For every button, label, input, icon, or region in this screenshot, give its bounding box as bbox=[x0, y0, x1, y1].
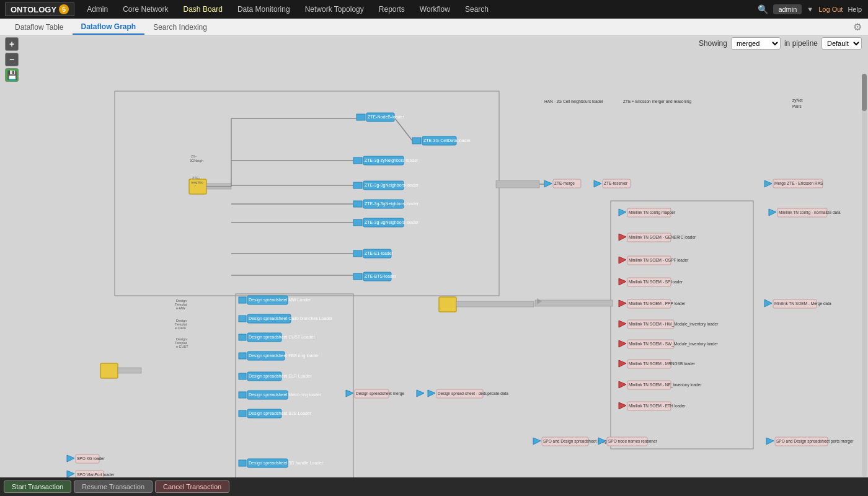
svg-rect-0 bbox=[0, 37, 868, 477]
svg-text:Minilink TN config mapper: Minilink TN config mapper bbox=[629, 210, 676, 215]
svg-text:ZTE-NodeB-loader: ZTE-NodeB-loader bbox=[368, 115, 404, 119]
svg-text:e Cairo: e Cairo bbox=[175, 326, 186, 330]
tab-dataflow-table[interactable]: Dataflow Table bbox=[6, 20, 73, 34]
nav-reports[interactable]: Reports bbox=[371, 0, 412, 19]
save-button[interactable]: 💾 bbox=[5, 68, 19, 82]
top-navigation: ONTOLOGY 5 Admin Core Network Dash Board… bbox=[0, 0, 868, 19]
svg-text:Design spreadsheet Cairo branc: Design spreadsheet Cairo branches Loader bbox=[249, 316, 333, 321]
svg-text:e-MW: e-MW bbox=[176, 306, 185, 310]
resume-transaction-button[interactable]: Resume Transaction bbox=[74, 480, 153, 493]
sub-navigation: Dataflow Table Dataflow Graph Search Ind… bbox=[0, 19, 868, 36]
app-logo: ONTOLOGY 5 bbox=[5, 2, 74, 16]
svg-rect-81 bbox=[239, 392, 246, 398]
svg-rect-12 bbox=[353, 182, 362, 188]
svg-text:r: r bbox=[195, 184, 196, 187]
admin-button[interactable]: admin bbox=[773, 4, 802, 14]
svg-text:Design spreadsheet 3G bundle L: Design spreadsheet 3G bundle Loader bbox=[249, 461, 324, 466]
cancel-transaction-button[interactable]: Cancel Transaction bbox=[155, 480, 229, 493]
svg-text:Design spreadsheet B2B Loader: Design spreadsheet B2B Loader bbox=[249, 411, 312, 416]
svg-text:Minilink TN SOEM - MRNGSB load: Minilink TN SOEM - MRNGSB loader bbox=[629, 361, 696, 366]
svg-rect-127 bbox=[496, 180, 539, 188]
zte-bts-loader[interactable]: ZTE-BTS-loader bbox=[353, 272, 397, 281]
svg-text:Merge ZTE - Ericsson RAS: Merge ZTE - Ericsson RAS bbox=[774, 181, 823, 186]
svg-rect-64 bbox=[118, 368, 141, 373]
svg-text:Design spreadsheet Metro ring : Design spreadsheet Metro ring loader bbox=[249, 392, 322, 397]
svg-rect-129 bbox=[535, 300, 613, 306]
zte-e1-loader[interactable]: ZTE-E1-loader bbox=[353, 249, 394, 258]
tab-dataflow-graph[interactable]: Dataflow Graph bbox=[73, 20, 145, 35]
nav-core-network[interactable]: Core Network bbox=[115, 0, 175, 19]
showing-select[interactable]: merged unmerged bbox=[731, 37, 781, 50]
svg-text:Minilink TN SOEM - HW_Module_i: Minilink TN SOEM - HW_Module_inventory l… bbox=[629, 322, 719, 327]
svg-rect-144 bbox=[862, 74, 867, 477]
svg-rect-15 bbox=[353, 201, 362, 207]
svg-rect-18 bbox=[353, 219, 362, 226]
svg-text:3GNeigh: 3GNeigh bbox=[190, 159, 203, 162]
svg-rect-84 bbox=[239, 410, 246, 417]
svg-text:Minilink TN config - normalize: Minilink TN config - normalize data bbox=[779, 210, 841, 215]
svg-text:ZTE-3g-3gNeighbors-loader: ZTE-3g-3gNeighbors-loader bbox=[365, 183, 419, 188]
zoom-in-button[interactable]: + bbox=[5, 37, 19, 51]
toolbar: + − 💾 bbox=[5, 37, 19, 82]
in-pipeline-label: in pipeline bbox=[784, 39, 818, 48]
svg-text:Minilink TN SOEM - ETH loader: Minilink TN SOEM - ETH loader bbox=[629, 404, 686, 408]
nav-data-monitoring[interactable]: Data Monitoring bbox=[230, 0, 298, 19]
svg-text:ZTE-BTS-loader: ZTE-BTS-loader bbox=[365, 274, 397, 278]
svg-text:SPO XG loader: SPO XG loader bbox=[77, 456, 105, 461]
nav-admin[interactable]: Admin bbox=[79, 0, 115, 19]
logo-text: ONTOLOGY bbox=[11, 5, 56, 14]
dataflow-graph-svg: ZTE-NodeB-loader ZTE-3G-CellData-loader … bbox=[0, 36, 868, 477]
settings-gear-icon[interactable]: ⚙ bbox=[853, 21, 862, 33]
showing-label: Showing bbox=[699, 39, 727, 48]
svg-text:e CUST: e CUST bbox=[176, 345, 188, 348]
svg-text:zyNet: zyNet bbox=[792, 98, 803, 103]
svg-text:ZTE-: ZTE- bbox=[192, 176, 200, 180]
nav-dashboard[interactable]: Dash Board bbox=[176, 0, 230, 19]
pipeline-select[interactable]: Default bbox=[822, 37, 862, 50]
svg-text:ZTE + Ericsson merger and reas: ZTE + Ericsson merger and reasoning bbox=[623, 99, 691, 104]
svg-rect-6 bbox=[412, 138, 421, 144]
storage-node-3 bbox=[439, 297, 456, 312]
svg-rect-78 bbox=[239, 373, 246, 379]
svg-text:SPO node names reasoner: SPO node names reasoner bbox=[608, 439, 658, 443]
tab-search-indexing[interactable]: Search Indexing bbox=[144, 20, 216, 34]
svg-text:Design spreadsheet FBB ring lo: Design spreadsheet FBB ring loader bbox=[249, 353, 319, 358]
logo-number: 5 bbox=[59, 4, 69, 14]
svg-text:SPO and Design spreadsheet por: SPO and Design spreadsheet ports merger bbox=[776, 439, 854, 444]
svg-rect-72 bbox=[239, 334, 246, 340]
help-button[interactable]: Help bbox=[848, 6, 862, 13]
nav-network-topology[interactable]: Network Topology bbox=[298, 0, 371, 19]
svg-text:SPO VlanPort loader: SPO VlanPort loader bbox=[77, 472, 115, 477]
svg-rect-66 bbox=[239, 297, 246, 303]
zoom-out-button[interactable]: − bbox=[5, 53, 19, 66]
show-controls: Showing merged unmerged in pipeline Defa… bbox=[699, 37, 862, 50]
nav-search[interactable]: Search bbox=[458, 0, 496, 19]
svg-rect-24 bbox=[353, 273, 362, 280]
svg-text:Minilink TN SOEM - SP loader: Minilink TN SOEM - SP loader bbox=[629, 280, 683, 284]
svg-rect-145 bbox=[862, 74, 867, 111]
bottom-bar: Start Transaction Resume Transaction Can… bbox=[0, 477, 868, 496]
nav-items: Admin Core Network Dash Board Data Monit… bbox=[79, 0, 758, 19]
svg-rect-75 bbox=[239, 353, 246, 359]
svg-text:Minilink TN SOEM - NE_inventor: Minilink TN SOEM - NE_inventory loader bbox=[629, 383, 702, 388]
logout-button[interactable]: Log Out bbox=[818, 6, 843, 13]
start-transaction-button[interactable]: Start Transaction bbox=[4, 480, 71, 493]
svg-text:ZTE-3g-3gNeighbors-loader: ZTE-3g-3gNeighbors-loader bbox=[365, 202, 419, 206]
search-icon[interactable]: 🔍 bbox=[758, 4, 768, 14]
svg-rect-94 bbox=[456, 301, 534, 307]
svg-rect-21 bbox=[353, 250, 362, 257]
storage-node-2 bbox=[100, 363, 118, 378]
svg-text:2G-: 2G- bbox=[191, 154, 197, 158]
svg-text:Minilink TN SOEM - GENERIC loa: Minilink TN SOEM - GENERIC loader bbox=[629, 235, 696, 239]
svg-text:ZTE-3g-zyNeighbors-loader: ZTE-3g-zyNeighbors-loader bbox=[365, 158, 418, 163]
svg-text:Design spread-sheet - deduplic: Design spread-sheet - deduplicate-data bbox=[438, 391, 508, 396]
nav-workflow[interactable]: Workflow bbox=[412, 0, 458, 19]
svg-text:Minilink TN SOEM - PPP loader: Minilink TN SOEM - PPP loader bbox=[629, 301, 686, 306]
svg-rect-87 bbox=[239, 460, 246, 466]
svg-text:ZTE-merge: ZTE-merge bbox=[554, 181, 575, 186]
svg-text:Design spreadsheet MW Loader: Design spreadsheet MW Loader bbox=[249, 298, 311, 303]
svg-text:ZTE-3G-CellData-loader: ZTE-3G-CellData-loader bbox=[423, 138, 471, 143]
svg-text:neighbo: neighbo bbox=[191, 180, 203, 184]
graph-canvas[interactable]: ZTE-NodeB-loader ZTE-3G-CellData-loader … bbox=[0, 36, 868, 477]
svg-text:HAN - 2G Cell neighbours loade: HAN - 2G Cell neighbours loader bbox=[544, 99, 604, 104]
